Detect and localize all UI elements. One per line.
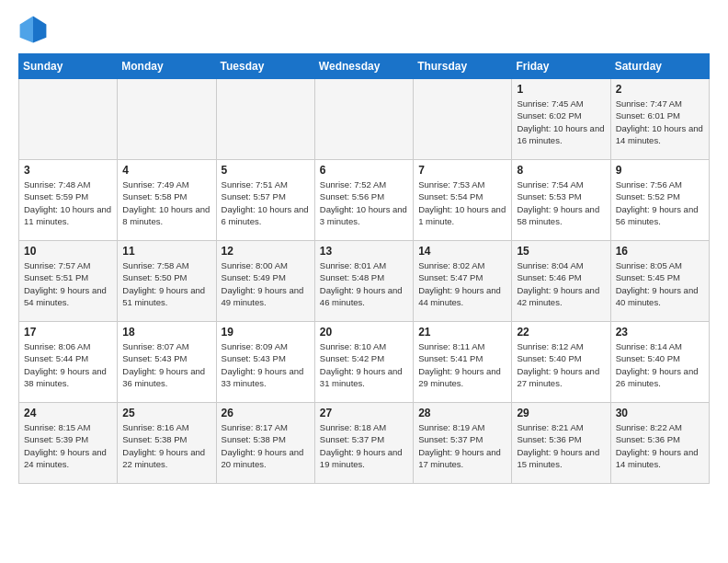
day-info: Sunrise: 7:57 AM Sunset: 5:51 PM Dayligh… (24, 259, 112, 308)
day-info: Sunrise: 7:54 AM Sunset: 5:53 PM Dayligh… (517, 178, 605, 227)
day-cell: 25Sunrise: 8:16 AM Sunset: 5:38 PM Dayli… (118, 403, 216, 484)
day-info: Sunrise: 8:00 AM Sunset: 5:49 PM Dayligh… (222, 259, 310, 308)
day-cell: 11Sunrise: 7:58 AM Sunset: 5:50 PM Dayli… (118, 241, 216, 322)
day-info: Sunrise: 8:05 AM Sunset: 5:45 PM Dayligh… (616, 259, 704, 308)
day-cell: 14Sunrise: 8:02 AM Sunset: 5:47 PM Dayli… (414, 241, 512, 322)
page: SundayMondayTuesdayWednesdayThursdayFrid… (0, 0, 728, 493)
day-info: Sunrise: 8:22 AM Sunset: 5:36 PM Dayligh… (616, 421, 704, 470)
day-number: 19 (222, 326, 310, 339)
day-cell: 3Sunrise: 7:48 AM Sunset: 5:59 PM Daylig… (19, 160, 118, 241)
weekday-tuesday: Tuesday (216, 54, 314, 79)
day-info: Sunrise: 7:48 AM Sunset: 5:59 PM Dayligh… (24, 178, 112, 227)
day-number: 28 (418, 407, 506, 419)
day-number: 25 (122, 407, 210, 419)
day-info: Sunrise: 7:51 AM Sunset: 5:57 PM Dayligh… (222, 178, 310, 227)
day-info: Sunrise: 8:09 AM Sunset: 5:43 PM Dayligh… (222, 340, 310, 389)
day-number: 30 (616, 407, 704, 419)
weekday-friday: Friday (512, 54, 610, 79)
calendar: SundayMondayTuesdayWednesdayThursdayFrid… (18, 53, 710, 484)
day-info: Sunrise: 8:02 AM Sunset: 5:47 PM Dayligh… (418, 259, 506, 308)
day-info: Sunrise: 7:52 AM Sunset: 5:56 PM Dayligh… (320, 178, 408, 227)
day-info: Sunrise: 8:04 AM Sunset: 5:46 PM Dayligh… (517, 259, 605, 308)
day-cell: 2Sunrise: 7:47 AM Sunset: 6:01 PM Daylig… (610, 79, 709, 160)
day-cell: 30Sunrise: 8:22 AM Sunset: 5:36 PM Dayli… (610, 403, 709, 484)
day-cell: 28Sunrise: 8:19 AM Sunset: 5:37 PM Dayli… (414, 403, 512, 484)
week-row-5: 24Sunrise: 8:15 AM Sunset: 5:39 PM Dayli… (19, 403, 710, 484)
day-number: 5 (222, 164, 310, 177)
weekday-wednesday: Wednesday (314, 54, 413, 79)
weekday-monday: Monday (118, 54, 216, 79)
week-row-1: 1Sunrise: 7:45 AM Sunset: 6:02 PM Daylig… (19, 79, 710, 160)
day-cell: 9Sunrise: 7:56 AM Sunset: 5:52 PM Daylig… (610, 160, 709, 241)
day-cell: 6Sunrise: 7:52 AM Sunset: 5:56 PM Daylig… (314, 160, 413, 241)
day-info: Sunrise: 8:11 AM Sunset: 5:41 PM Dayligh… (418, 340, 506, 389)
day-number: 10 (24, 245, 112, 258)
day-number: 3 (24, 164, 112, 177)
day-info: Sunrise: 7:58 AM Sunset: 5:50 PM Dayligh… (122, 259, 210, 308)
day-number: 24 (24, 407, 112, 419)
day-info: Sunrise: 7:47 AM Sunset: 6:01 PM Dayligh… (616, 98, 704, 146)
day-number: 20 (320, 326, 408, 339)
day-number: 11 (122, 245, 210, 258)
day-number: 26 (222, 407, 310, 419)
day-number: 7 (418, 164, 506, 177)
day-number: 15 (517, 245, 605, 258)
day-info: Sunrise: 8:21 AM Sunset: 5:36 PM Dayligh… (517, 421, 605, 470)
day-info: Sunrise: 8:06 AM Sunset: 5:44 PM Dayligh… (24, 340, 112, 389)
day-number: 6 (320, 164, 408, 177)
weekday-header-row: SundayMondayTuesdayWednesdayThursdayFrid… (19, 54, 710, 79)
day-number: 18 (122, 326, 210, 339)
day-cell: 29Sunrise: 8:21 AM Sunset: 5:36 PM Dayli… (512, 403, 610, 484)
week-row-4: 17Sunrise: 8:06 AM Sunset: 5:44 PM Dayli… (19, 322, 710, 403)
day-cell: 12Sunrise: 8:00 AM Sunset: 5:49 PM Dayli… (216, 241, 314, 322)
day-number: 22 (517, 326, 605, 339)
day-number: 1 (517, 83, 605, 96)
day-info: Sunrise: 7:53 AM Sunset: 5:54 PM Dayligh… (418, 178, 506, 227)
day-cell: 27Sunrise: 8:18 AM Sunset: 5:37 PM Dayli… (314, 403, 413, 484)
day-number: 8 (517, 164, 605, 177)
day-info: Sunrise: 8:12 AM Sunset: 5:40 PM Dayligh… (517, 340, 605, 389)
day-cell: 20Sunrise: 8:10 AM Sunset: 5:42 PM Dayli… (314, 322, 413, 403)
day-cell (19, 79, 118, 160)
weekday-saturday: Saturday (610, 54, 709, 79)
day-cell (118, 79, 216, 160)
day-number: 4 (122, 164, 210, 177)
day-number: 17 (24, 326, 112, 339)
day-cell: 22Sunrise: 8:12 AM Sunset: 5:40 PM Dayli… (512, 322, 610, 403)
day-number: 16 (616, 245, 704, 258)
day-info: Sunrise: 8:14 AM Sunset: 5:40 PM Dayligh… (616, 340, 704, 389)
week-row-3: 10Sunrise: 7:57 AM Sunset: 5:51 PM Dayli… (19, 241, 710, 322)
header (18, 15, 710, 44)
day-cell: 24Sunrise: 8:15 AM Sunset: 5:39 PM Dayli… (19, 403, 118, 484)
day-number: 2 (616, 83, 704, 96)
day-info: Sunrise: 8:16 AM Sunset: 5:38 PM Dayligh… (122, 421, 210, 470)
day-info: Sunrise: 8:15 AM Sunset: 5:39 PM Dayligh… (24, 421, 112, 470)
day-cell: 17Sunrise: 8:06 AM Sunset: 5:44 PM Dayli… (19, 322, 118, 403)
day-cell: 21Sunrise: 8:11 AM Sunset: 5:41 PM Dayli… (414, 322, 512, 403)
day-cell: 8Sunrise: 7:54 AM Sunset: 5:53 PM Daylig… (512, 160, 610, 241)
day-info: Sunrise: 8:10 AM Sunset: 5:42 PM Dayligh… (320, 340, 408, 389)
weekday-sunday: Sunday (19, 54, 118, 79)
day-cell: 26Sunrise: 8:17 AM Sunset: 5:38 PM Dayli… (216, 403, 314, 484)
day-cell: 16Sunrise: 8:05 AM Sunset: 5:45 PM Dayli… (610, 241, 709, 322)
day-info: Sunrise: 8:18 AM Sunset: 5:37 PM Dayligh… (320, 421, 408, 470)
day-info: Sunrise: 8:01 AM Sunset: 5:48 PM Dayligh… (320, 259, 408, 308)
day-number: 14 (418, 245, 506, 258)
day-cell: 4Sunrise: 7:49 AM Sunset: 5:58 PM Daylig… (118, 160, 216, 241)
day-info: Sunrise: 7:45 AM Sunset: 6:02 PM Dayligh… (517, 98, 605, 146)
day-info: Sunrise: 7:56 AM Sunset: 5:52 PM Dayligh… (616, 178, 704, 227)
day-number: 29 (517, 407, 605, 419)
day-number: 27 (320, 407, 408, 419)
day-number: 12 (222, 245, 310, 258)
day-cell: 15Sunrise: 8:04 AM Sunset: 5:46 PM Dayli… (512, 241, 610, 322)
day-number: 23 (616, 326, 704, 339)
svg-marker-2 (20, 17, 33, 43)
weekday-thursday: Thursday (414, 54, 512, 79)
day-cell (216, 79, 314, 160)
svg-marker-1 (33, 17, 46, 43)
logo-icon (18, 15, 48, 44)
day-cell: 19Sunrise: 8:09 AM Sunset: 5:43 PM Dayli… (216, 322, 314, 403)
day-cell: 23Sunrise: 8:14 AM Sunset: 5:40 PM Dayli… (610, 322, 709, 403)
week-row-2: 3Sunrise: 7:48 AM Sunset: 5:59 PM Daylig… (19, 160, 710, 241)
day-cell (314, 79, 413, 160)
